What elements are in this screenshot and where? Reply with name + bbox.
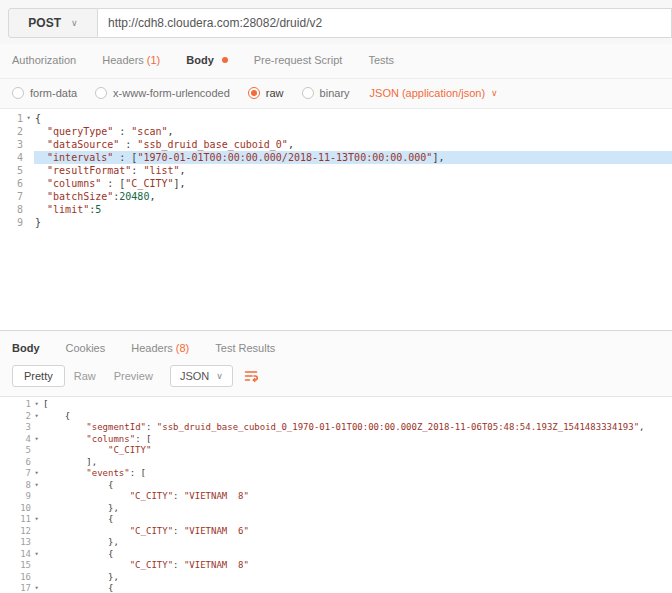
- line-number: 16: [20, 572, 31, 584]
- tab-cookies[interactable]: Cookies: [66, 342, 106, 354]
- request-tabs: Authorization Headers (1) Body Pre-reque…: [0, 44, 672, 79]
- response-toolbar: Pretty Raw Preview JSON ∨: [0, 363, 672, 396]
- fold-toggle-icon[interactable]: ▾: [31, 399, 42, 411]
- fold-toggle-icon[interactable]: ▾: [31, 411, 42, 423]
- code-line: 9 }: [0, 216, 672, 229]
- line-gutter: 3: [0, 138, 34, 151]
- code-text: {: [34, 112, 672, 125]
- code-text: }: [34, 216, 672, 229]
- tab-pre-request-script[interactable]: Pre-request Script: [254, 54, 343, 66]
- code-text: {: [42, 583, 672, 593]
- tab-test-results[interactable]: Test Results: [215, 342, 275, 354]
- line-gutter: 7: [0, 190, 34, 203]
- code-line: 5 "C_CITY": [0, 445, 672, 457]
- line-number: 7: [17, 190, 23, 203]
- tab-label: Pre-request Script: [254, 54, 343, 66]
- raw-button[interactable]: Raw: [65, 366, 105, 386]
- tab-response-body[interactable]: Body: [12, 342, 40, 354]
- tab-headers[interactable]: Headers (1): [102, 54, 160, 66]
- code-line: 7▾ "events": [: [0, 468, 672, 480]
- mode-form-data[interactable]: form-data: [12, 87, 77, 99]
- tab-response-headers[interactable]: Headers (8): [131, 342, 189, 354]
- line-number: 6: [17, 177, 23, 190]
- radio-icon: [302, 87, 314, 99]
- code-line: 15 "C_CITY": "VIETNAM 8": [0, 560, 672, 572]
- fold-toggle-icon[interactable]: ▾: [23, 112, 34, 125]
- mode-x-www-form-urlencoded[interactable]: x-www-form-urlencoded: [95, 87, 230, 99]
- chevron-down-icon: ∨: [491, 88, 498, 98]
- tab-label: Body: [12, 342, 40, 354]
- line-number: 3: [17, 138, 23, 151]
- tab-label: Cookies: [66, 342, 106, 354]
- tab-tests[interactable]: Tests: [368, 54, 394, 66]
- code-line: 13 },: [0, 537, 672, 549]
- radio-icon: [248, 87, 260, 99]
- tab-label: Tests: [368, 54, 394, 66]
- tab-label: Body: [186, 54, 214, 66]
- line-number: 14: [20, 549, 31, 561]
- line-gutter: 13: [0, 537, 42, 549]
- line-number: 12: [20, 526, 31, 538]
- body-mode-row: form-data x-www-form-urlencoded raw bina…: [0, 79, 672, 108]
- active-dot-icon: [222, 57, 228, 63]
- mode-label: binary: [320, 87, 350, 99]
- mode-raw[interactable]: raw: [248, 87, 284, 99]
- code-text: {: [42, 480, 672, 492]
- code-line: 12 "C_CITY": "VIETNAM 6": [0, 526, 672, 538]
- pretty-button[interactable]: Pretty: [12, 365, 65, 387]
- line-gutter: 1▾: [0, 112, 34, 125]
- code-line: 4 "intervals" : ["1970-01-01T00:00:00.00…: [0, 151, 672, 164]
- headers-count-badge: (8): [176, 342, 189, 354]
- line-gutter: 5: [0, 164, 34, 177]
- fold-toggle-icon[interactable]: ▾: [31, 514, 42, 526]
- radio-icon: [95, 87, 107, 99]
- response-format-select[interactable]: JSON ∨: [170, 365, 233, 387]
- mode-binary[interactable]: binary: [302, 87, 350, 99]
- code-line: 3 "dataSource" : "ssb_druid_base_cuboid_…: [0, 138, 672, 151]
- fold-toggle-icon[interactable]: ▾: [31, 583, 42, 593]
- request-body-editor[interactable]: 1▾ { 2 "queryType" : "scan", 3 "dataSour…: [0, 108, 672, 330]
- preview-button[interactable]: Preview: [105, 366, 162, 386]
- fold-toggle-icon[interactable]: ▾: [31, 434, 42, 446]
- line-gutter: 16: [0, 572, 42, 584]
- postman-app: POST ∨ http://cdh8.cloudera.com:28082/dr…: [0, 0, 672, 593]
- fold-toggle-icon[interactable]: ▾: [31, 468, 42, 480]
- mode-label: raw: [266, 87, 284, 99]
- code-text: "C_CITY": [42, 445, 672, 457]
- response-body-editor[interactable]: 1▾ [ 2▾ { 3 "segmentId": "ssb_druid_base…: [0, 396, 672, 593]
- content-type-select[interactable]: JSON (application/json) ∨: [370, 87, 498, 99]
- line-number: 9: [17, 216, 23, 229]
- url-value: http://cdh8.cloudera.com:28082/druid/v2: [108, 16, 322, 30]
- line-gutter: 14▾: [0, 549, 42, 561]
- tab-body[interactable]: Body: [186, 54, 228, 66]
- line-gutter: 2▾: [0, 411, 42, 423]
- line-gutter: 9: [0, 216, 34, 229]
- code-text: [: [42, 399, 672, 411]
- url-input[interactable]: http://cdh8.cloudera.com:28082/druid/v2: [98, 8, 672, 38]
- tab-authorization[interactable]: Authorization: [12, 54, 76, 66]
- code-text: {: [42, 549, 672, 561]
- content-type-label: JSON (application/json): [370, 87, 486, 99]
- line-gutter: 4: [0, 151, 34, 164]
- code-line: 2 "queryType" : "scan",: [0, 125, 672, 138]
- wrap-text-icon[interactable]: [243, 368, 259, 384]
- code-line: 17▾ {: [0, 583, 672, 593]
- response-pane: Body Cookies Headers (8) Test Results Pr…: [0, 330, 672, 593]
- line-number: 10: [20, 503, 31, 515]
- format-label: JSON: [180, 370, 209, 382]
- line-gutter: 6: [0, 177, 34, 190]
- method-select[interactable]: POST ∨: [8, 8, 98, 38]
- line-gutter: 1▾: [0, 399, 42, 411]
- code-line: 2▾ {: [0, 411, 672, 423]
- line-gutter: 12: [0, 526, 42, 538]
- line-number: 2: [17, 125, 23, 138]
- line-gutter: 3: [0, 422, 42, 434]
- code-line: 11▾ {: [0, 514, 672, 526]
- fold-toggle-icon[interactable]: ▾: [31, 480, 42, 492]
- line-number: 13: [20, 537, 31, 549]
- line-gutter: 9: [0, 491, 42, 503]
- fold-toggle-icon[interactable]: ▾: [31, 549, 42, 561]
- code-text: },: [42, 572, 672, 584]
- line-number: 4: [17, 151, 23, 164]
- code-text: "segmentId": "ssb_druid_base_cuboid_0_19…: [42, 422, 672, 434]
